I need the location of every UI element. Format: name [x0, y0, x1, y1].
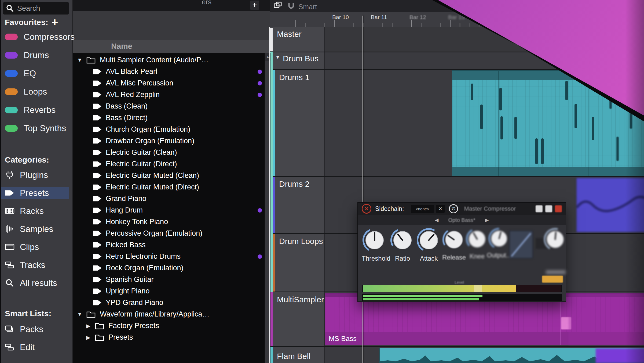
tag-icon: [93, 126, 101, 132]
tree-row[interactable]: Church Organ (Emulation): [71, 124, 285, 135]
power-icon[interactable]: ⏻: [449, 204, 458, 213]
browser-header-space: [71, 11, 270, 40]
tree-row[interactable]: Bass (Direct): [71, 112, 285, 124]
favourite-dot: [258, 81, 262, 85]
caret-down-icon[interactable]: ▼: [76, 311, 83, 317]
snap-mode-label[interactable]: Smart: [298, 3, 317, 11]
playhead[interactable]: [363, 16, 363, 363]
caret-down-icon[interactable]: ▼: [76, 57, 83, 63]
favourites-title: Favourites:: [5, 18, 48, 27]
name-column-header[interactable]: Name: [71, 40, 270, 53]
orange-button[interactable]: [542, 276, 563, 283]
tree-row[interactable]: Upright Piano: [71, 285, 285, 297]
sidebar-item-plugins[interactable]: Plugins: [1, 169, 69, 181]
sidechain-clear-button[interactable]: ✕: [436, 205, 445, 213]
edge-shadow: [625, 0, 644, 363]
search-input[interactable]: Search: [3, 2, 69, 15]
favourite-item[interactable]: Loops: [1, 86, 72, 97]
tree-row[interactable]: AVL Black Pearl: [71, 66, 285, 77]
window-button[interactable]: [536, 205, 543, 212]
clip-label: MS Bass: [329, 335, 357, 343]
tree-row[interactable]: Honkey Tonk Piano: [71, 216, 285, 228]
tag-icon: [93, 265, 101, 271]
plugin-title: Master Compressor: [464, 205, 516, 212]
color-pill: [5, 34, 18, 40]
sidechain-select[interactable]: <none>: [411, 205, 434, 213]
tree-row[interactable]: AVL Red Zepplin: [71, 89, 285, 100]
sidechain-label: Sidechain:: [375, 205, 404, 213]
attack-knob[interactable]: Attack: [416, 227, 442, 262]
tree-row[interactable]: AVL Misc Percussion: [71, 77, 285, 89]
preset-prev-icon[interactable]: ◀: [435, 217, 439, 223]
tree-row[interactable]: Grand Piano: [71, 193, 285, 204]
sidebar-item-packs[interactable]: Packs: [1, 323, 69, 335]
tree-row[interactable]: Drawbar Organ (Emulation): [71, 135, 285, 147]
tree-row[interactable]: Electric Guitar (Direct): [71, 158, 285, 170]
preset-name[interactable]: Opto Bass*: [448, 217, 475, 223]
sidebar-item-all-results[interactable]: All results: [1, 277, 69, 289]
search-placeholder: Search: [17, 4, 40, 13]
tree-row[interactable]: Picked Bass: [71, 239, 285, 251]
sidebar-item-presets[interactable]: Presets: [1, 187, 69, 199]
tracks-icon: [5, 260, 14, 269]
sidebar-item-racks[interactable]: Racks: [1, 205, 69, 217]
sidebar-item-edit[interactable]: Edit: [1, 341, 69, 353]
tree-row[interactable]: Spanish Guitar: [71, 274, 285, 285]
tree-row[interactable]: ▼ Multi Sampler Content (Audio/P…: [71, 54, 268, 66]
clip-layers-icon[interactable]: [273, 1, 283, 11]
tree-row[interactable]: ▶ Presets: [71, 332, 277, 343]
threshold-knob[interactable]: Threshold: [362, 227, 387, 262]
ratio-knob[interactable]: Ratio: [390, 227, 415, 262]
search-icon: [5, 278, 14, 287]
favourite-dot: [258, 208, 262, 213]
window-button[interactable]: [545, 205, 552, 212]
favourite-item[interactable]: Top Synths: [1, 123, 72, 134]
level-meter: [362, 294, 562, 301]
tag-icon: [93, 276, 101, 283]
track-header-flam-bell[interactable]: Flam Bell: [270, 347, 325, 363]
close-icon[interactable]: ✕: [362, 204, 371, 214]
output-knob[interactable]: Output...: [486, 227, 512, 259]
panel-divider[interactable]: [269, 27, 270, 363]
tab-label-fragment[interactable]: ers: [202, 0, 211, 6]
add-favourite-button[interactable]: +: [52, 17, 58, 28]
tag-icon: [93, 288, 101, 294]
sidebar-item-samples[interactable]: Samples: [1, 223, 69, 235]
transfer-curve-display[interactable]: [509, 231, 533, 258]
preset-next-icon[interactable]: ▶: [485, 217, 489, 223]
tree-row[interactable]: YPD Grand Piano: [71, 297, 285, 308]
tree-row[interactable]: Rock Organ (Emulation): [71, 262, 285, 274]
favourite-item[interactable]: Reverbs: [1, 104, 72, 116]
favourite-item[interactable]: Drums: [1, 49, 72, 61]
tree-row[interactable]: Electric Guitar Muted (Clean): [71, 170, 285, 181]
sidebar-item-clips[interactable]: Clips: [1, 241, 69, 253]
caret-right-icon[interactable]: ▶: [85, 334, 92, 341]
tree-row[interactable]: ▶ Factory Presets: [71, 320, 277, 332]
favourite-item[interactable]: EQ: [1, 68, 72, 79]
track-lane-flam-bell[interactable]: [325, 347, 644, 363]
mix-knob[interactable]: [543, 227, 567, 251]
tree-row[interactable]: ▼ Waveform (imac/Library/Applica…: [71, 308, 268, 320]
tree-row[interactable]: Hang Drum: [71, 204, 285, 216]
tree-row[interactable]: Retro Electronic Drums: [71, 251, 285, 262]
track-header-master[interactable]: Master: [270, 27, 325, 52]
tag-icon: [93, 138, 101, 144]
tree-row[interactable]: Electric Guitar (Clean): [71, 147, 285, 158]
add-tab-button[interactable]: +: [250, 1, 259, 10]
tree-row[interactable]: Bass (Clean): [71, 100, 285, 112]
favourite-item[interactable]: Compressors: [1, 31, 72, 42]
tree-row[interactable]: Electric Guitar Muted (Direct): [71, 181, 285, 193]
categories-title: Categories:: [5, 155, 49, 164]
compressor-plugin-window[interactable]: ✕ Sidechain: <none> ✕ ⏻ Master Compresso…: [357, 202, 566, 302]
favourite-dot: [258, 93, 262, 97]
clip-icon: [5, 242, 14, 251]
tree-row[interactable]: Percussive Organ (Emulation): [71, 228, 285, 239]
sidebar-item-tracks[interactable]: Tracks: [1, 259, 69, 271]
tag-icon: [93, 149, 101, 156]
window-close-button[interactable]: [555, 205, 562, 212]
release-knob[interactable]: Release: [441, 227, 467, 261]
caret-right-icon[interactable]: ▶: [85, 323, 92, 329]
magnet-snap-icon[interactable]: [287, 2, 295, 10]
collapse-caret-icon[interactable]: ▼: [275, 55, 280, 60]
output-meter: [362, 285, 562, 292]
